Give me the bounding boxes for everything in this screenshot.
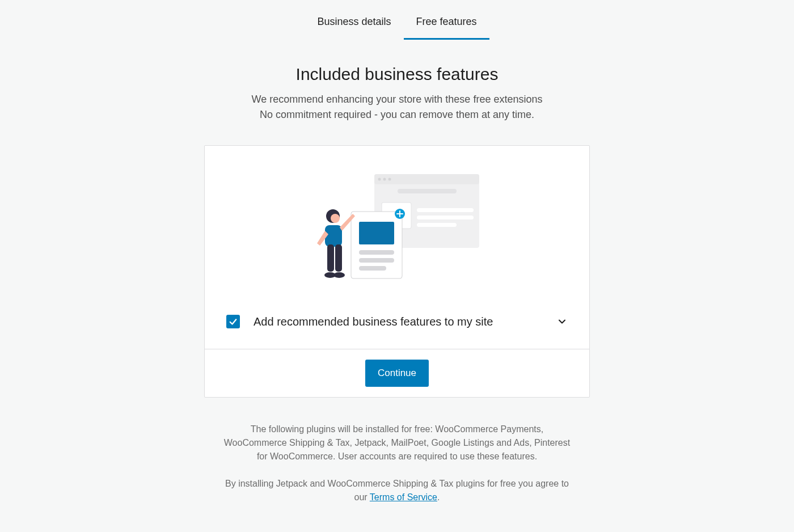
svg-rect-20 [335, 244, 342, 272]
card-footer: Continue [205, 349, 589, 397]
subtitle-line-1: We recommend enhancing your store with t… [111, 92, 683, 107]
onboarding-illustration-icon [315, 172, 479, 280]
svg-point-2 [378, 178, 381, 181]
add-features-checkbox[interactable] [226, 315, 240, 328]
add-features-label: Add recommended business features to my … [254, 315, 543, 328]
svg-rect-9 [417, 223, 457, 227]
svg-rect-14 [359, 266, 386, 271]
checkmark-icon [228, 316, 238, 327]
svg-rect-8 [417, 216, 474, 219]
svg-point-3 [383, 178, 386, 181]
tab-business-details[interactable]: Business details [305, 7, 403, 40]
svg-rect-11 [359, 222, 394, 244]
features-card: Add recommended business features to my … [204, 145, 590, 398]
tos-disclaimer: By installing Jetpack and WooCommerce Sh… [221, 477, 573, 504]
svg-point-4 [388, 178, 391, 181]
svg-rect-5 [398, 189, 457, 193]
svg-rect-12 [359, 250, 394, 255]
svg-rect-13 [359, 258, 394, 263]
tos-suffix: . [437, 492, 440, 502]
svg-point-17 [331, 214, 340, 223]
svg-rect-18 [325, 225, 342, 247]
chevron-down-icon[interactable] [556, 316, 568, 327]
tab-free-features[interactable]: Free features [404, 7, 489, 40]
terms-of-service-link[interactable]: Terms of Service [370, 492, 437, 502]
add-features-option: Add recommended business features to my … [205, 300, 589, 349]
plugins-disclaimer: The following plugins will be installed … [221, 423, 573, 463]
illustration [205, 146, 589, 300]
svg-rect-19 [327, 244, 334, 272]
svg-rect-7 [417, 208, 474, 212]
tabs: Business details Free features [111, 0, 683, 40]
subtitle-line-2: No commitment required - you can remove … [111, 107, 683, 123]
continue-button[interactable]: Continue [365, 360, 429, 387]
svg-point-22 [333, 272, 345, 278]
page-subtitle: We recommend enhancing your store with t… [111, 92, 683, 123]
page-title: Included business features [111, 65, 683, 84]
page-header: Included business features We recommend … [111, 65, 683, 123]
